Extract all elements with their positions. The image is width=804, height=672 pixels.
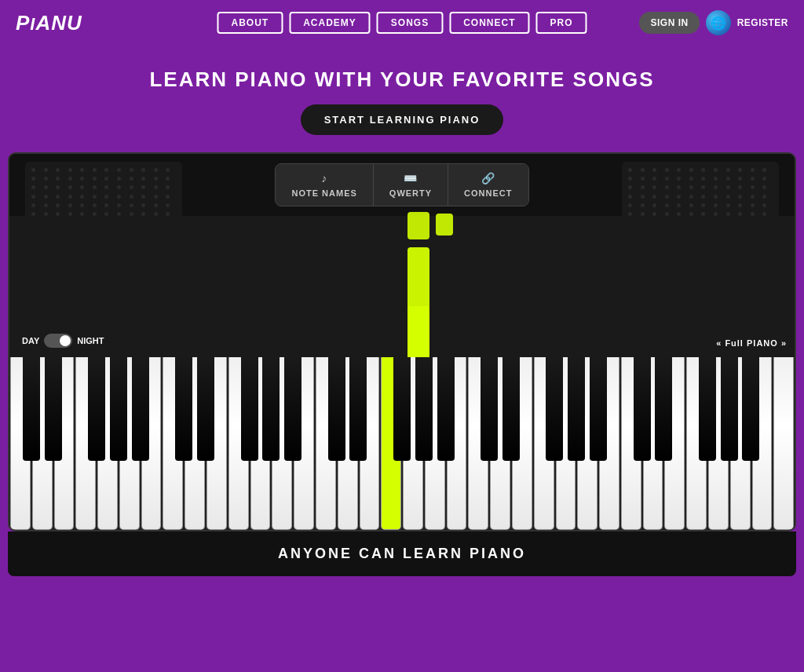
- white-key-32[interactable]: [708, 357, 729, 530]
- speaker-dot: [80, 185, 84, 189]
- full-piano-button[interactable]: « Full PIANO »: [716, 338, 787, 348]
- speaker-dot: [726, 203, 730, 207]
- toggle-switch[interactable]: [44, 334, 72, 348]
- white-key-17[interactable]: [381, 357, 401, 530]
- register-button[interactable]: REGISTER: [737, 17, 788, 28]
- speaker-dot: [141, 177, 145, 181]
- white-key-11[interactable]: [250, 357, 271, 530]
- qwerty-button[interactable]: ⌨️ QWERTY: [374, 164, 448, 206]
- speaker-dot: [141, 203, 145, 207]
- speaker-dot: [726, 195, 730, 199]
- white-key-29[interactable]: [643, 357, 663, 530]
- white-key-26[interactable]: [577, 357, 598, 530]
- white-key-13[interactable]: [294, 357, 314, 530]
- nav-academy[interactable]: ACADEMY: [289, 12, 371, 34]
- header-right: SIGN IN 🌐 REGISTER: [639, 10, 788, 35]
- speaker-dot: [166, 177, 170, 181]
- white-key-4[interactable]: [97, 357, 118, 530]
- white-key-25[interactable]: [556, 357, 576, 530]
- white-key-28[interactable]: [621, 357, 641, 530]
- speaker-dot: [641, 168, 645, 172]
- white-key-27[interactable]: [599, 357, 619, 530]
- white-key-7[interactable]: [163, 357, 183, 530]
- speaker-dot: [714, 177, 718, 181]
- speaker-dot: [80, 203, 84, 207]
- speaker-dot: [154, 168, 158, 172]
- nav-songs[interactable]: SONGS: [377, 12, 443, 34]
- language-globe-icon[interactable]: 🌐: [706, 10, 731, 35]
- nav-about[interactable]: ABOUT: [217, 12, 283, 34]
- speaker-dot: [141, 195, 145, 199]
- speaker-dot: [738, 195, 742, 199]
- speaker-dot: [130, 177, 133, 181]
- white-key-34[interactable]: [752, 357, 773, 530]
- speaker-dot: [56, 168, 60, 172]
- speaker-left: for(let i=0;i<72;i++){ document.currentS…: [25, 162, 182, 225]
- white-key-1[interactable]: [32, 357, 53, 530]
- speaker-dot: [44, 177, 48, 181]
- white-key-3[interactable]: [75, 357, 96, 530]
- speaker-dot: [104, 185, 108, 189]
- white-key-21[interactable]: [468, 357, 488, 530]
- piano-top-controls: for(let i=0;i<72;i++){ document.currentS…: [9, 154, 795, 216]
- speaker-dot: [117, 177, 121, 181]
- piano-keyboard[interactable]: [9, 357, 795, 530]
- speaker-dot: [762, 195, 766, 199]
- white-key-12[interactable]: [272, 357, 292, 530]
- speaker-dot: [751, 195, 755, 199]
- white-key-31[interactable]: [686, 357, 707, 530]
- toggle-knob: [60, 335, 71, 346]
- bottom-banner: ANYONE CAN LEARN PIANO: [8, 531, 796, 576]
- white-key-19[interactable]: [425, 357, 445, 530]
- start-learning-button[interactable]: START LEARNING PIANO: [301, 104, 504, 135]
- white-key-9[interactable]: [206, 357, 227, 530]
- speaker-dot: [628, 177, 632, 181]
- speaker-dot: [677, 195, 681, 199]
- white-key-8[interactable]: [185, 357, 205, 530]
- speaker-dot: [701, 195, 705, 199]
- sign-in-button[interactable]: SIGN IN: [639, 12, 699, 34]
- keyboard-icon: ⌨️: [404, 172, 418, 184]
- connect-label: CONNECT: [464, 188, 512, 198]
- piano-controls-group: ♪ NOTE NAMES ⌨️ QWERTY 🔗 CONNECT: [275, 163, 528, 206]
- white-key-33[interactable]: [730, 357, 751, 530]
- speaker-dot: [93, 185, 97, 189]
- speaker-dot: [56, 177, 60, 181]
- speaker-dot: [56, 203, 60, 207]
- speaker-dot: [80, 168, 84, 172]
- speaker-dot: [93, 203, 97, 207]
- white-key-20[interactable]: [447, 357, 467, 530]
- speaker-dot: [80, 195, 84, 199]
- note-block-2: [407, 212, 429, 239]
- white-key-16[interactable]: [360, 357, 380, 530]
- speaker-dot: [677, 203, 681, 207]
- piano-section: for(let i=0;i<72;i++){ document.currentS…: [8, 152, 796, 531]
- day-label: DAY: [22, 336, 39, 345]
- nav-connect[interactable]: CONNECT: [449, 12, 529, 34]
- speaker-dot: [689, 195, 693, 199]
- speaker-dot: [738, 177, 742, 181]
- connect-button[interactable]: 🔗 CONNECT: [448, 164, 528, 206]
- white-key-6[interactable]: [141, 357, 162, 530]
- white-key-14[interactable]: [316, 357, 336, 530]
- white-key-15[interactable]: [338, 357, 358, 530]
- speaker-dot: [714, 168, 718, 172]
- speaker-dot: [701, 177, 705, 181]
- speaker-dot: [689, 203, 693, 207]
- white-key-23[interactable]: [512, 357, 532, 530]
- nav-pro[interactable]: PRO: [536, 12, 587, 34]
- white-key-24[interactable]: [534, 357, 554, 530]
- white-key-35[interactable]: [773, 357, 794, 530]
- white-key-18[interactable]: [403, 357, 423, 530]
- note-block-1: [407, 247, 429, 310]
- speaker-dot: [665, 185, 669, 189]
- note-names-button[interactable]: ♪ NOTE NAMES: [276, 164, 373, 206]
- white-key-30[interactable]: [664, 357, 685, 530]
- white-key-0[interactable]: [10, 357, 31, 530]
- header: PiANu ABOUT ACADEMY SONGS CONNECT PRO SI…: [0, 0, 804, 46]
- speaker-dot: [68, 185, 72, 189]
- white-key-2[interactable]: [54, 357, 75, 530]
- white-key-22[interactable]: [490, 357, 510, 530]
- white-key-10[interactable]: [228, 357, 249, 530]
- white-key-5[interactable]: [119, 357, 140, 530]
